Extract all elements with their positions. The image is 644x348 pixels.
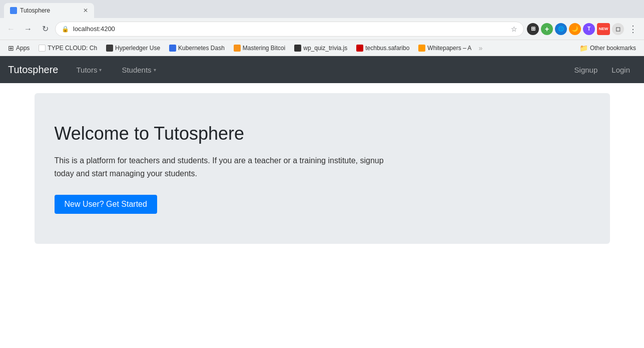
bookmark-mastering-bitcoin[interactable]: Mastering Bitcoi <box>230 43 289 54</box>
bookmark-typecloud-favicon <box>39 45 46 52</box>
bookmark-wpquiz[interactable]: wp_quiz_trivia.js <box>290 43 351 54</box>
bookmark-techbus-label: techbus.safaribo <box>365 45 409 52</box>
main-navbar: Tutosphere Tutors ▾ Students ▾ Signup Lo… <box>0 56 644 83</box>
bookmark-apps-label: Apps <box>16 45 30 52</box>
reload-button[interactable]: ↻ <box>38 22 52 36</box>
bookmark-apps[interactable]: ⊞ Apps <box>4 42 34 54</box>
ext-icon-1[interactable]: ⊞ <box>527 23 539 35</box>
bookmark-typecloud[interactable]: TYPE CLOUD: Ch <box>35 43 101 54</box>
login-link[interactable]: Login <box>605 62 636 78</box>
bookmark-wpquiz-label: wp_quiz_trivia.js <box>303 45 347 52</box>
navbar-right: Signup Login <box>568 62 636 78</box>
get-started-button[interactable]: New User? Get Started <box>55 195 157 214</box>
bookmark-whitepapers-label: Whitepapers – A <box>427 45 471 52</box>
bookmark-hyperledger-label: Hyperledger Use <box>115 45 160 52</box>
hero-description: This is a platform for teachers and stud… <box>55 154 405 180</box>
apps-grid-icon: ⊞ <box>8 44 14 52</box>
navbar-brand[interactable]: Tutosphere <box>8 64 58 76</box>
bookmark-whitepapers[interactable]: Whitepapers – A <box>414 43 475 54</box>
url-text: localhost:4200 <box>73 25 507 33</box>
bookmark-wpquiz-favicon <box>294 45 301 52</box>
tutors-dropdown-arrow: ▾ <box>99 67 102 73</box>
tab-close-icon[interactable]: ✕ <box>83 7 88 14</box>
security-icon: 🔒 <box>62 26 69 33</box>
bookmark-hyperledger[interactable]: Hyperledger Use <box>102 43 164 54</box>
bookmark-kubernetes[interactable]: Kubernetes Dash <box>165 43 229 54</box>
hero-title: Welcome to Tutosphere <box>55 123 590 144</box>
active-tab[interactable]: Tutosphere ✕ <box>4 3 94 18</box>
tab-title: Tutosphere <box>20 7 78 14</box>
browser-tabs: Tutosphere ✕ <box>0 0 644 18</box>
bookmarks-bar: ⊞ Apps TYPE CLOUD: Ch Hyperledger Use Ku… <box>0 40 644 56</box>
ext-icon-4[interactable]: 🌙 <box>569 23 581 35</box>
more-options-button[interactable]: ⋮ <box>626 22 640 36</box>
ext-icon-5[interactable]: T <box>583 23 595 35</box>
bookmark-bitcoin-favicon <box>234 45 241 52</box>
bookmark-other-label: Other bookmarks <box>590 45 636 52</box>
browser-chrome: Tutosphere ✕ ← → ↻ 🔒 localhost:4200 ☆ ⊞ … <box>0 0 644 244</box>
signup-link[interactable]: Signup <box>568 62 604 78</box>
ext-icon-2[interactable]: + <box>541 23 553 35</box>
bookmark-whitepapers-favicon <box>418 45 425 52</box>
address-bar[interactable]: 🔒 localhost:4200 ☆ <box>55 22 524 37</box>
bookmark-bitcoin-label: Mastering Bitcoi <box>243 45 285 52</box>
bookmark-techbus[interactable]: techbus.safaribo <box>352 43 413 54</box>
students-nav-link[interactable]: Students ▾ <box>116 62 162 78</box>
hero-section: Welcome to Tutosphere This is a platform… <box>35 93 610 244</box>
tutors-nav-label: Tutors <box>76 66 97 74</box>
forward-button[interactable]: → <box>21 22 35 36</box>
ext-icon-new[interactable]: NEW <box>597 23 610 35</box>
bookmark-other[interactable]: 📁 Other bookmarks <box>575 42 640 54</box>
students-nav-label: Students <box>122 66 151 74</box>
bookmarks-overflow-indicator: » <box>476 44 484 52</box>
bookmark-techbus-favicon <box>356 45 363 52</box>
bookmark-kubernetes-label: Kubernetes Dash <box>178 45 225 52</box>
students-dropdown-arrow: ▾ <box>154 67 156 73</box>
tab-favicon <box>10 7 17 14</box>
tutors-nav-link[interactable]: Tutors ▾ <box>70 62 108 78</box>
bookmark-kubernetes-favicon <box>169 45 176 52</box>
ext-icon-6[interactable]: ◻ <box>612 23 624 35</box>
bookmark-star-icon[interactable]: ☆ <box>511 25 517 33</box>
bookmark-hyperledger-favicon <box>106 45 113 52</box>
toolbar-icons: ⊞ + 🌐 🌙 T NEW ◻ ⋮ <box>527 22 640 36</box>
app-content: Tutosphere Tutors ▾ Students ▾ Signup Lo… <box>0 56 644 244</box>
back-button[interactable]: ← <box>4 22 18 36</box>
browser-toolbar: ← → ↻ 🔒 localhost:4200 ☆ ⊞ + 🌐 🌙 T NEW ◻… <box>0 18 644 40</box>
ext-icon-3[interactable]: 🌐 <box>555 23 567 35</box>
bookmark-typecloud-label: TYPE CLOUD: Ch <box>48 45 97 52</box>
folder-icon: 📁 <box>579 44 588 52</box>
